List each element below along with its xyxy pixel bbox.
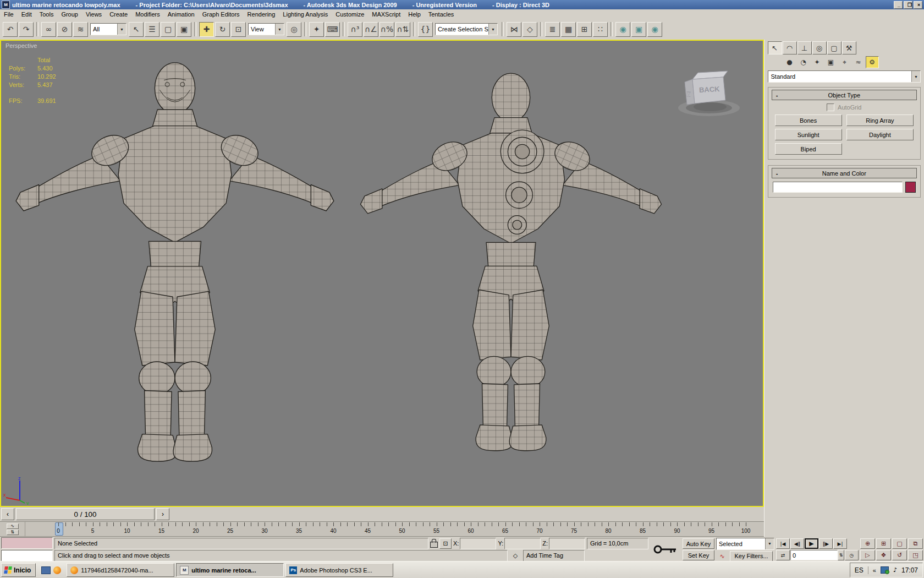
model-back-view[interactable]: [356, 56, 666, 467]
menu-group[interactable]: Group: [57, 10, 82, 18]
quick-render-button[interactable]: ◉: [647, 22, 662, 37]
go-to-start-button[interactable]: |◀: [776, 538, 790, 549]
key-filters-button[interactable]: Key Filters...: [730, 551, 773, 561]
chevron-down-icon[interactable]: ▼: [488, 24, 497, 35]
current-frame-field[interactable]: [790, 550, 838, 560]
button-sunlight[interactable]: Sunlight: [775, 129, 842, 140]
language-indicator[interactable]: ES: [855, 566, 868, 574]
category-space-warps[interactable]: ≈: [852, 56, 865, 68]
rectangular-selection-button[interactable]: ▢: [161, 22, 175, 37]
collapse-icon[interactable]: -: [772, 92, 782, 99]
tray-collapse-icon[interactable]: «: [873, 567, 876, 574]
chevron-down-icon[interactable]: ▼: [275, 24, 284, 35]
viewport-label[interactable]: Perspective: [6, 42, 37, 49]
menu-maxscript[interactable]: MAXScript: [368, 10, 404, 18]
tab-display[interactable]: ▢: [827, 41, 842, 54]
button-ring-array[interactable]: Ring Array: [846, 114, 914, 126]
play-animation-button[interactable]: ▶: [805, 538, 818, 549]
track-bar-ruler[interactable]: 0510152025303540455055606570758085909510…: [25, 522, 764, 536]
z-coordinate-field[interactable]: [549, 538, 585, 549]
restore-button[interactable]: ❐: [904, 1, 912, 9]
tab-create[interactable]: ↖: [768, 41, 782, 54]
keyboard-override-toggle[interactable]: ⌨: [325, 22, 340, 37]
name-and-color-rollout-header[interactable]: - Name and Color: [772, 168, 917, 178]
tab-motion[interactable]: ◎: [812, 41, 827, 54]
render-setup-button[interactable]: ◉: [615, 22, 630, 37]
button-biped[interactable]: Biped: [775, 143, 842, 155]
chevron-down-icon[interactable]: ▼: [117, 24, 126, 35]
field-of-view-button[interactable]: ▷: [860, 550, 875, 560]
time-configuration-button[interactable]: ◷: [845, 550, 859, 560]
add-time-tag-field[interactable]: Add Time Tag: [523, 550, 585, 561]
selection-lock-icon[interactable]: [430, 542, 438, 548]
maximize-viewport-toggle[interactable]: ◳: [908, 550, 923, 560]
curve-editor-button[interactable]: ▦: [561, 22, 576, 37]
adaptive-degradation-icon[interactable]: ◇: [509, 552, 521, 559]
chevron-down-icon[interactable]: ▼: [911, 71, 920, 82]
taskbar-task-photoshop[interactable]: PsAdobe Photoshop CS3 E...: [285, 563, 393, 577]
spinner-snap-toggle[interactable]: ∩⇅: [395, 22, 410, 37]
set-key-curve-icon[interactable]: ∿: [716, 553, 728, 560]
open-mini-curve-editor-button[interactable]: ∿: [7, 524, 19, 529]
select-and-manipulate-button[interactable]: ✦: [309, 22, 324, 37]
menu-graph-editors[interactable]: Graph Editors: [199, 10, 244, 18]
bind-to-space-warp-button[interactable]: ≋: [73, 22, 88, 37]
view-cube-face-label[interactable]: BACK: [698, 85, 720, 94]
firefox-quicklaunch-icon[interactable]: [53, 566, 61, 574]
object-type-rollout-header[interactable]: - Object Type: [772, 90, 917, 100]
angle-snap-toggle[interactable]: ∩∠: [364, 22, 378, 37]
menu-help[interactable]: Help: [404, 10, 425, 18]
category-geometry[interactable]: ●: [783, 56, 796, 68]
object-name-field[interactable]: [773, 182, 903, 193]
minimize-button[interactable]: _: [894, 1, 903, 9]
chevron-down-icon[interactable]: ▼: [765, 538, 774, 549]
menu-animation[interactable]: Animation: [164, 10, 199, 18]
menu-file[interactable]: File: [0, 10, 18, 18]
view-cube[interactable]: BACK |◁|: [670, 64, 747, 119]
category-helpers[interactable]: ⌖: [838, 56, 851, 68]
use-pivot-center-button[interactable]: ◎: [287, 22, 301, 37]
tab-modify[interactable]: ◠: [783, 41, 797, 54]
maxscript-mini-listener-macro[interactable]: [1, 537, 53, 549]
absolute-mode-toggle[interactable]: ⊡: [439, 538, 452, 549]
menu-customize[interactable]: Customize: [332, 10, 368, 18]
menu-create[interactable]: Create: [106, 10, 131, 18]
zoom-extents-all-button[interactable]: ⧉: [908, 538, 923, 549]
time-slider-handle[interactable]: 0 / 100: [16, 508, 155, 520]
redo-button[interactable]: ↷: [19, 22, 34, 37]
collapse-icon[interactable]: -: [772, 170, 782, 177]
arc-rotate-button[interactable]: ↺: [892, 550, 907, 560]
category-systems[interactable]: ⚙: [866, 56, 879, 68]
undo-button[interactable]: ↶: [3, 22, 18, 37]
y-coordinate-field[interactable]: [504, 538, 541, 549]
align-button[interactable]: ◇: [522, 22, 537, 37]
next-frame-button[interactable]: ‖▶: [819, 538, 833, 549]
maxscript-mini-listener[interactable]: [1, 550, 53, 561]
object-class-dropdown[interactable]: Standard ▼: [768, 70, 921, 83]
unlink-selection-button[interactable]: ⊘: [57, 22, 72, 37]
menu-rendering[interactable]: Rendering: [244, 10, 279, 18]
button-daylight[interactable]: Daylight: [846, 129, 914, 140]
taskbar-task-3dsmax[interactable]: Multimo marine retoca...: [176, 563, 284, 577]
title-bar[interactable]: M ultimo marine retocando lowpoly.max- P…: [0, 0, 924, 9]
category-shapes[interactable]: ◔: [797, 56, 810, 68]
close-button[interactable]: ×: [914, 1, 922, 9]
schematic-view-button[interactable]: ⊞: [577, 22, 592, 37]
pan-view-button[interactable]: ❖: [876, 550, 891, 560]
named-selection-dropdown[interactable]: Create Selection Set▼: [435, 23, 498, 35]
volume-icon[interactable]: ♪: [893, 566, 897, 574]
category-lights[interactable]: ✦: [811, 56, 824, 68]
select-and-move-button[interactable]: ✚: [199, 22, 214, 37]
start-button[interactable]: Inicio: [1, 563, 36, 577]
zoom-extents-button[interactable]: ▢: [892, 538, 907, 549]
select-object-button[interactable]: ↖: [129, 22, 144, 37]
menu-tentacles[interactable]: Tentacles: [425, 10, 458, 18]
menu-views[interactable]: Views: [82, 10, 106, 18]
menu-modifiers[interactable]: Modifiers: [131, 10, 164, 18]
selection-filter-dropdown[interactable]: All▼: [90, 23, 127, 35]
select-by-name-button[interactable]: ☰: [145, 22, 160, 37]
rendered-frame-button[interactable]: ▣: [631, 22, 646, 37]
set-keys-button[interactable]: [650, 537, 681, 561]
previous-frame-button[interactable]: ◀‖: [790, 538, 804, 549]
set-key-button[interactable]: Set Key: [683, 550, 714, 560]
